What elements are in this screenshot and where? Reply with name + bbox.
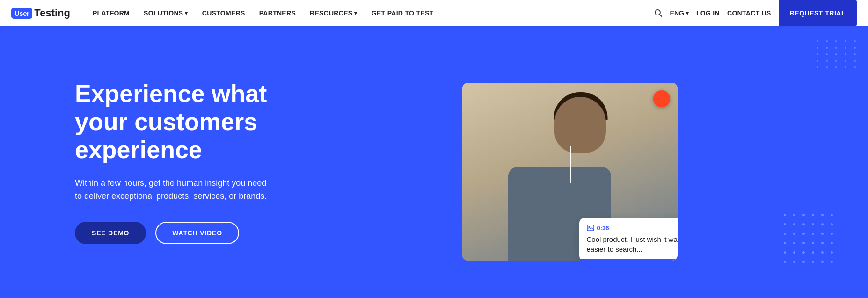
- see-demo-button[interactable]: SEE DEMO: [75, 222, 146, 244]
- decorative-dots-bottom-right: [784, 214, 840, 270]
- nav-item-partners[interactable]: PARTNERS: [254, 0, 301, 26]
- hero-buttons: SEE DEMO WATCH VIDEO: [75, 222, 271, 244]
- image-icon: [587, 225, 594, 231]
- contact-button[interactable]: CONTACT US: [727, 9, 771, 17]
- svg-line-1: [659, 15, 662, 17]
- hero-title: Experience what your customers experienc…: [75, 80, 271, 164]
- nav-links: PLATFORM SOLUTIONS ▾ CUSTOMERS PARTNERS …: [87, 0, 654, 26]
- nav-item-solutions[interactable]: SOLUTIONS ▾: [138, 0, 194, 26]
- bubble-timestamp: 0:36: [587, 225, 678, 232]
- request-trial-button[interactable]: REQUEST TRIAL: [779, 0, 857, 26]
- video-frame[interactable]: 0:36 Cool product. I just wish it was ea…: [462, 83, 678, 261]
- hero-section: Experience what your customers experienc…: [0, 26, 868, 298]
- hero-video-area: 0:36 Cool product. I just wish it was ea…: [271, 26, 868, 298]
- nav-item-platform[interactable]: PLATFORM: [87, 0, 135, 26]
- chevron-down-icon: ▾: [185, 10, 188, 16]
- watch-video-button[interactable]: WATCH VIDEO: [155, 222, 239, 244]
- chevron-down-icon-3: ▾: [686, 10, 689, 16]
- logo[interactable]: User Testing: [11, 7, 70, 19]
- search-icon[interactable]: [654, 9, 663, 17]
- comment-text: Cool product. I just wish it was easier …: [587, 234, 678, 254]
- person-face: [554, 97, 606, 153]
- comment-bubble: 0:36 Cool product. I just wish it was ea…: [579, 218, 678, 261]
- svg-rect-2: [587, 225, 594, 231]
- nav-right: ENG ▾ LOG IN CONTACT US REQUEST TRIAL: [654, 0, 857, 26]
- language-selector[interactable]: ENG ▾: [670, 9, 689, 17]
- hero-subtitle: Within a few hours, get the human insigh…: [75, 177, 271, 203]
- logo-box: User: [11, 8, 32, 19]
- chevron-down-icon-2: ▾: [354, 10, 357, 16]
- login-button[interactable]: LOG IN: [696, 9, 720, 17]
- nav-item-customers[interactable]: CUSTOMERS: [197, 0, 251, 26]
- record-indicator: [653, 90, 670, 107]
- hero-content: Experience what your customers experienc…: [0, 80, 271, 244]
- nav-item-resources[interactable]: RESOURCES ▾: [304, 0, 363, 26]
- logo-text: Testing: [34, 7, 70, 19]
- earphone-cord: [570, 146, 571, 183]
- nav-item-get-paid[interactable]: GET PAID TO TEST: [366, 0, 439, 26]
- navbar: User Testing PLATFORM SOLUTIONS ▾ CUSTOM…: [0, 0, 868, 26]
